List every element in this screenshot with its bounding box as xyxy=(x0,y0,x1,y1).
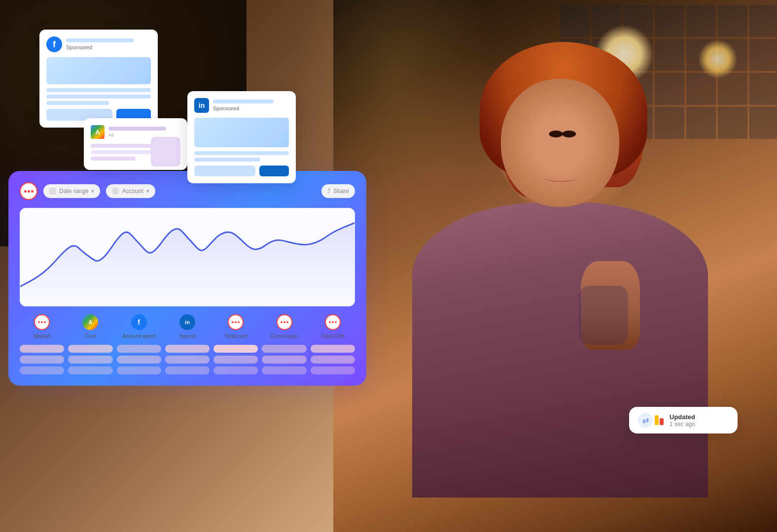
chart-fill xyxy=(20,223,354,306)
data-cell xyxy=(20,345,64,353)
li-ad-header: in Sponsored xyxy=(194,98,289,113)
performance-chart xyxy=(20,208,355,306)
data-cell xyxy=(262,366,306,374)
li-actions xyxy=(194,166,289,176)
content-line-3 xyxy=(46,101,109,105)
linkedin-icon: in xyxy=(194,98,209,113)
li-action-line xyxy=(194,166,255,176)
badge-text: Updated 1 sec ago xyxy=(670,413,695,428)
column-amount-spent: f Amount spent xyxy=(117,314,161,339)
data-cell xyxy=(165,366,210,374)
data-cell xyxy=(20,366,64,374)
data-cell xyxy=(213,345,258,353)
dashboard-card: Date range ▾ Account ▾ ⤴ Share xyxy=(10,172,365,384)
linkedin-ad-card: in Sponsored xyxy=(187,91,296,183)
data-cell xyxy=(117,345,161,353)
conversion-label: Conversion xyxy=(271,333,298,339)
sync-icon-circle: ⇄ xyxy=(638,413,653,428)
updated-badge: ⇄ Updated 1 sec ago xyxy=(629,407,738,433)
data-cell xyxy=(20,356,64,364)
account-label: Account xyxy=(122,188,143,195)
data-cell xyxy=(165,356,210,364)
data-cell xyxy=(213,366,258,374)
conversion-icon xyxy=(277,314,292,330)
data-cell xyxy=(68,366,112,374)
column-total-cost: Total cost xyxy=(213,314,258,339)
facebook-icon: f xyxy=(46,36,62,52)
total-cpa-icon xyxy=(325,314,341,330)
data-cell xyxy=(68,356,112,364)
content-line-2 xyxy=(46,95,151,99)
account-pill[interactable]: Account ▾ xyxy=(106,184,155,198)
dot-1 xyxy=(24,190,27,193)
data-cell xyxy=(117,356,161,364)
li-cta-button[interactable] xyxy=(259,166,289,176)
google-ads-icon: A xyxy=(91,125,105,139)
google-ad-title-lines: Ad xyxy=(108,127,180,137)
total-cost-label: Total cost xyxy=(224,333,247,339)
calendar-icon xyxy=(49,188,56,195)
updated-title: Updated xyxy=(670,413,695,421)
dashboard-header: Date range ▾ Account ▾ ⤴ Share xyxy=(20,182,355,200)
chevron-down-icon: ▾ xyxy=(91,188,94,195)
ad-card-title-lines: Sponsored xyxy=(66,38,151,50)
sync-icon: ⇄ xyxy=(642,416,649,425)
data-cell xyxy=(311,356,355,364)
column-market: Market xyxy=(20,314,64,339)
column-conversion: Conversion xyxy=(262,314,306,339)
data-cell xyxy=(165,345,210,353)
badge-icons: ⇄ xyxy=(638,413,664,428)
title-line xyxy=(66,38,134,42)
market-icon xyxy=(34,314,50,330)
dot-2 xyxy=(28,190,30,193)
background-right-photo xyxy=(333,0,777,532)
google-ad-card: A Ad xyxy=(84,118,187,170)
google-title-line xyxy=(108,127,166,131)
table-row xyxy=(20,345,355,353)
data-cell xyxy=(117,366,161,374)
data-cell xyxy=(213,356,258,364)
market-label: Market xyxy=(34,333,50,339)
woman-photo xyxy=(368,39,752,507)
column-spend: in Spend xyxy=(165,314,210,339)
li-ad-title-lines: Sponsored xyxy=(213,100,289,111)
updated-subtitle: 1 sec ago xyxy=(670,421,695,428)
li-content xyxy=(194,151,289,162)
data-cell xyxy=(262,345,306,353)
google-line-3 xyxy=(91,157,136,161)
account-icon xyxy=(112,188,119,195)
share-button[interactable]: ⤴ Share xyxy=(321,184,355,198)
google-ad-image-box xyxy=(151,137,180,166)
facebook-ad-card: f Sponsored xyxy=(39,30,158,128)
li-title-line xyxy=(213,100,274,103)
ad-content xyxy=(46,88,151,105)
chart-svg xyxy=(20,208,354,306)
bar-chart-icon xyxy=(655,415,664,425)
ad-image xyxy=(46,57,151,84)
google-ads-col-icon: A xyxy=(82,314,98,330)
li-sponsored-label: Sponsored xyxy=(213,105,289,111)
bar-orange xyxy=(660,418,664,425)
li-content-line-1 xyxy=(194,151,289,155)
bar-yellow xyxy=(655,415,659,425)
amount-spent-label: Amount spent xyxy=(122,333,156,339)
cost-label: Cost xyxy=(85,333,96,339)
account-chevron-icon: ▾ xyxy=(146,188,149,195)
total-cpa-label: Total CPA xyxy=(321,333,345,339)
table-row xyxy=(20,366,355,374)
ad-card-header: f Sponsored xyxy=(46,36,151,52)
content-line-1 xyxy=(46,88,151,92)
data-cell xyxy=(262,356,306,364)
column-total-cpa: Total CPA xyxy=(311,314,355,339)
data-cell xyxy=(68,345,112,353)
column-cost: A Cost xyxy=(68,314,112,339)
data-rows xyxy=(20,345,355,374)
table-row xyxy=(20,356,355,364)
share-icon: ⤴ xyxy=(327,188,330,195)
google-line-2 xyxy=(91,150,153,154)
data-cell xyxy=(311,345,355,353)
facebook-col-icon: f xyxy=(131,314,147,330)
date-range-pill[interactable]: Date range ▾ xyxy=(43,184,100,198)
menu-dots-icon[interactable] xyxy=(20,182,37,200)
spend-label: Spend xyxy=(179,333,195,339)
